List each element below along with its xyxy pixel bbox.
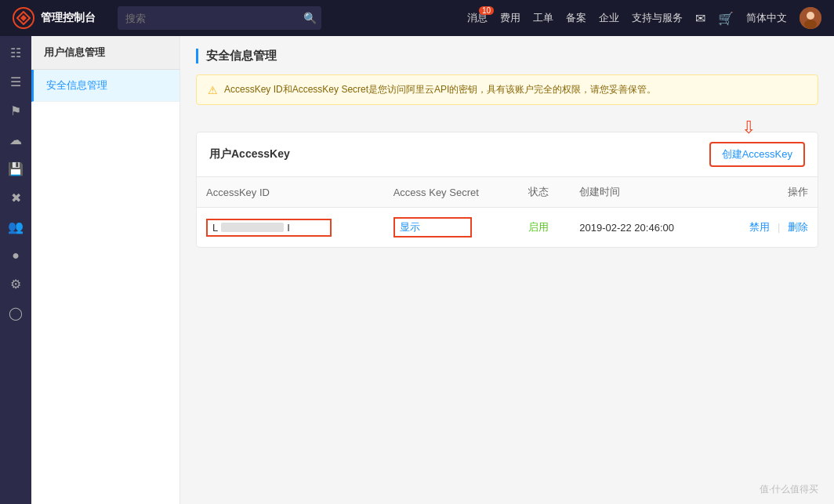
search-input[interactable]	[118, 6, 321, 30]
sidebar-item-security[interactable]: 安全信息管理	[31, 70, 179, 102]
enterprise-nav-item[interactable]: 企业	[599, 11, 619, 25]
left-nav-title: 用户信息管理	[31, 36, 179, 70]
col-key-id: AccessKey ID	[197, 177, 384, 208]
arrow-annotation: ⇩	[196, 118, 818, 138]
database-icon[interactable]: 💾	[8, 161, 24, 176]
settings-icon[interactable]: ⚙	[10, 277, 21, 292]
warning-text: AccessKey ID和AccessKey Secret是您访问阿里云API的…	[224, 83, 656, 96]
search-bar: 🔍	[118, 6, 321, 30]
table-header: 用户AccessKey 创建AccessKey	[197, 132, 818, 177]
language-selector[interactable]: 简体中文	[746, 11, 787, 25]
svg-point-2	[804, 20, 817, 29]
key-id-cell: L I	[197, 208, 384, 248]
icon-sidebar: ☷ ☰ ⚑ ☁ 💾 ✖ 👥 ● ⚙ ◯	[0, 36, 31, 504]
warning-box: ⚠ AccessKey ID和AccessKey Secret是您访问阿里云AP…	[196, 74, 818, 105]
top-nav-right: 消息 10 费用 工单 备案 企业 支持与服务 ✉ 🛒 简体中文	[467, 7, 821, 29]
warning-icon: ⚠	[208, 84, 218, 96]
email-icon[interactable]: ✉	[695, 11, 705, 26]
delete-link[interactable]: 删除	[788, 221, 808, 233]
main-content-area: 安全信息管理 ⚠ AccessKey ID和AccessKey Secret是您…	[180, 36, 834, 504]
cart-icon[interactable]: 🛒	[718, 11, 734, 26]
fee-nav-item[interactable]: 费用	[500, 11, 520, 25]
avatar-image	[800, 7, 821, 29]
messages-badge: 10	[479, 6, 494, 15]
table-row: L I 显示 启用	[197, 208, 818, 248]
users-icon[interactable]: 👥	[8, 219, 24, 234]
access-key-table-section: 用户AccessKey 创建AccessKey AccessKey ID Acc…	[196, 132, 818, 248]
key-id-suffix: I	[287, 222, 290, 234]
status-badge: 启用	[528, 221, 549, 233]
created-time-value: 2019-02-22 20:46:00	[579, 222, 674, 234]
ticket-nav-item[interactable]: 工单	[533, 11, 553, 25]
main-layout: ☷ ☰ ⚑ ☁ 💾 ✖ 👥 ● ⚙ ◯ 用户信息管理 安全信息管理 安全信息管理…	[0, 36, 834, 504]
col-action: 操作	[717, 177, 818, 208]
create-accesskey-button[interactable]: 创建AccessKey	[709, 142, 805, 167]
search-button[interactable]: 🔍	[303, 12, 317, 24]
col-key-secret: Access Key Secret	[384, 177, 520, 208]
menu-icon[interactable]: ☰	[10, 74, 21, 89]
sidebar-item-security-label: 安全信息管理	[46, 79, 107, 91]
page-title: 安全信息管理	[196, 49, 818, 63]
left-navigation: 用户信息管理 安全信息管理	[31, 36, 180, 504]
watermark: 值·什么值得买	[760, 483, 818, 496]
col-status: 状态	[519, 177, 570, 208]
key-id-highlighted: L I	[206, 219, 332, 237]
tag-icon[interactable]: ⚑	[10, 103, 21, 118]
table-title: 用户AccessKey	[209, 147, 290, 161]
access-key-table: AccessKey ID Access Key Secret 状态 创建时间 操	[197, 177, 818, 247]
show-secret-link[interactable]: 显示	[400, 221, 420, 233]
svg-point-1	[807, 12, 814, 20]
key-secret-highlighted: 显示	[393, 217, 472, 237]
globe-icon[interactable]: ●	[12, 248, 20, 263]
logo-icon	[13, 7, 34, 29]
key-id-value: L I	[212, 222, 290, 234]
action-cell: 禁用 | 删除	[717, 208, 818, 248]
support-nav-item[interactable]: 支持与服务	[632, 11, 683, 25]
key-id-prefix: L	[212, 222, 218, 234]
logo[interactable]: 管理控制台	[13, 7, 96, 29]
top-navigation: 管理控制台 🔍 消息 10 费用 工单 备案 企业 支持与服务 ✉ 🛒 简体中文	[0, 0, 834, 36]
created-time-cell: 2019-02-22 20:46:00	[570, 208, 717, 248]
key-secret-cell: 显示	[384, 208, 520, 248]
col-created-time: 创建时间	[570, 177, 717, 208]
tools-icon[interactable]: ✖	[11, 190, 21, 205]
key-id-mask	[221, 223, 284, 232]
grid-icon[interactable]: ☷	[10, 45, 21, 60]
disable-link[interactable]: 禁用	[749, 221, 770, 233]
messages-nav-item[interactable]: 消息 10	[467, 11, 488, 25]
watermark-text: 值·什么值得买	[760, 483, 818, 496]
circle-icon[interactable]: ◯	[9, 306, 23, 321]
action-divider: |	[778, 221, 780, 233]
cloud-icon[interactable]: ☁	[9, 132, 22, 147]
filing-nav-item[interactable]: 备案	[566, 11, 586, 25]
avatar[interactable]	[800, 7, 821, 29]
red-arrow-down-icon: ⇩	[742, 118, 756, 138]
status-cell: 启用	[519, 208, 570, 248]
logo-text: 管理控制台	[41, 11, 96, 25]
